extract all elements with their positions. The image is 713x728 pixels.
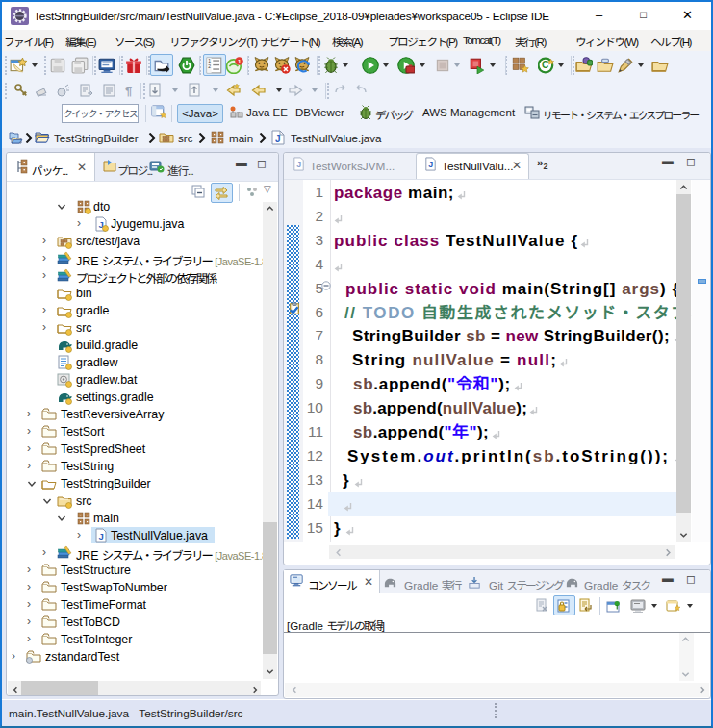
svg-text:J: J bbox=[296, 160, 301, 169]
svg-text:1: 1 bbox=[238, 58, 242, 64]
svg-text:¶: ¶ bbox=[125, 84, 132, 98]
svg-text:J: J bbox=[428, 160, 433, 169]
svg-text:J: J bbox=[275, 134, 281, 144]
svg-text:J: J bbox=[99, 531, 104, 541]
svg-text:2: 2 bbox=[208, 63, 211, 69]
